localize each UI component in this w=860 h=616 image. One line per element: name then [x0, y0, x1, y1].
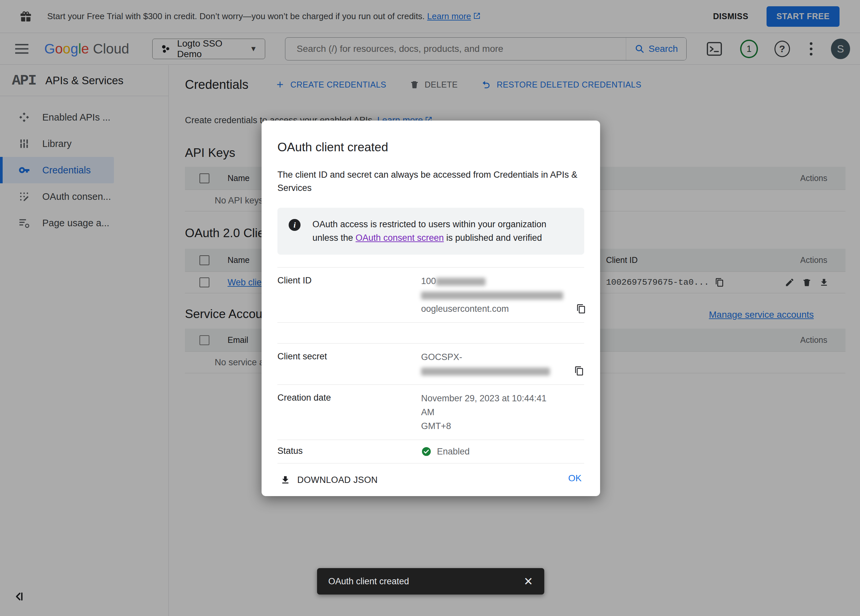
download-icon: [280, 475, 290, 485]
status-value: Enabled: [421, 445, 584, 459]
dialog-title: OAuth client created: [278, 140, 584, 154]
toast-message: OAuth client created: [328, 577, 409, 587]
creation-date-value: November 29, 2023 at 10:44:41 AM GMT+8: [421, 391, 584, 433]
redacted-text: [421, 292, 563, 300]
client-id-row: Client ID 100 oogleusercontent.com: [278, 267, 584, 322]
status-row: Status Enabled: [278, 440, 584, 463]
info-icon: i: [289, 219, 301, 231]
oauth-consent-screen-link[interactable]: OAuth consent screen: [356, 233, 444, 243]
creation-date-label: Creation date: [278, 391, 421, 433]
client-secret-row: Client secret GOCSPX-: [278, 344, 584, 385]
client-secret-value: GOCSPX-: [421, 350, 584, 378]
close-icon[interactable]: ✕: [524, 576, 534, 587]
copy-icon[interactable]: [576, 304, 586, 314]
redacted-text: [421, 368, 550, 376]
ok-button[interactable]: OK: [568, 473, 582, 484]
client-secret-label: Client secret: [278, 350, 421, 378]
client-id-label: Client ID: [278, 274, 421, 316]
redacted-text: [436, 278, 485, 286]
download-json-button[interactable]: DOWNLOAD JSON: [280, 475, 584, 485]
toast-snackbar: OAuth client created ✕: [317, 568, 544, 594]
dialog-body-text: The client ID and secret can always be a…: [278, 168, 584, 195]
info-text: OAuth access is restricted to users with…: [312, 218, 549, 245]
creation-date-row: Creation date November 29, 2023 at 10:44…: [278, 385, 584, 440]
info-banner: i OAuth access is restricted to users wi…: [278, 208, 584, 255]
client-id-value: 100 oogleusercontent.com: [421, 274, 586, 316]
copy-icon[interactable]: [574, 366, 584, 376]
oauth-client-created-dialog: OAuth client created The client ID and s…: [262, 121, 600, 496]
google-cloud-console: Start your Free Trial with $300 in credi…: [0, 0, 860, 616]
check-circle-icon: [421, 446, 432, 457]
status-label: Status: [278, 445, 421, 459]
